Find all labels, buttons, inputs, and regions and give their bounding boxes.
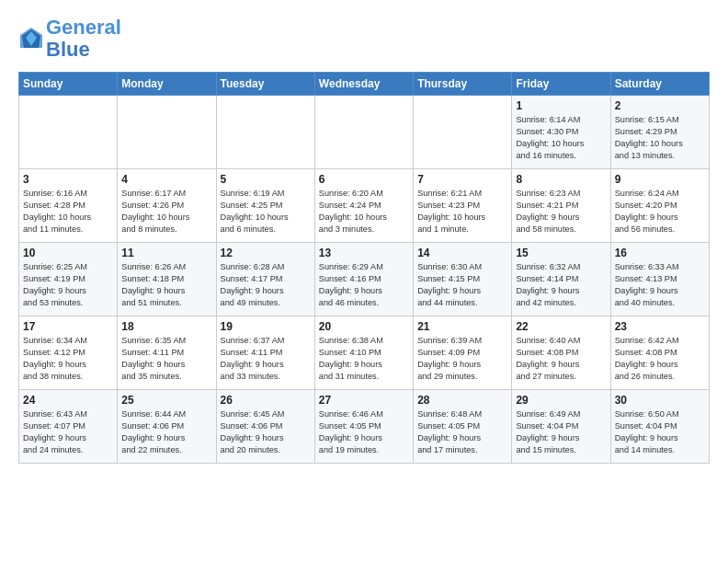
day-cell: 19Sunrise: 6:37 AM Sunset: 4:11 PM Dayli… xyxy=(216,316,314,390)
day-number: 24 xyxy=(23,394,113,407)
day-info: Sunrise: 6:42 AM Sunset: 4:08 PM Dayligh… xyxy=(615,335,705,383)
day-cell: 23Sunrise: 6:42 AM Sunset: 4:08 PM Dayli… xyxy=(610,316,709,390)
logo-icon xyxy=(18,26,44,52)
day-info: Sunrise: 6:29 AM Sunset: 4:16 PM Dayligh… xyxy=(319,261,409,309)
day-number: 10 xyxy=(23,247,113,259)
day-cell: 4Sunrise: 6:17 AM Sunset: 4:26 PM Daylig… xyxy=(118,169,216,243)
day-number: 21 xyxy=(417,320,507,333)
weekday-header-monday: Monday xyxy=(118,73,216,96)
day-info: Sunrise: 6:50 AM Sunset: 4:04 PM Dayligh… xyxy=(615,408,705,456)
day-info: Sunrise: 6:49 AM Sunset: 4:04 PM Dayligh… xyxy=(516,408,606,456)
day-info: Sunrise: 6:34 AM Sunset: 4:12 PM Dayligh… xyxy=(23,335,113,383)
logo: General Blue xyxy=(18,17,121,61)
day-number: 28 xyxy=(417,394,507,407)
day-number: 12 xyxy=(221,247,311,259)
day-info: Sunrise: 6:48 AM Sunset: 4:05 PM Dayligh… xyxy=(417,408,507,456)
day-info: Sunrise: 6:21 AM Sunset: 4:23 PM Dayligh… xyxy=(417,188,507,236)
day-number: 5 xyxy=(221,173,311,186)
day-cell: 25Sunrise: 6:44 AM Sunset: 4:06 PM Dayli… xyxy=(118,390,216,464)
day-number: 30 xyxy=(615,394,705,407)
day-number: 4 xyxy=(121,173,211,186)
day-number: 11 xyxy=(121,247,211,259)
day-number: 17 xyxy=(23,320,113,333)
day-cell: 3Sunrise: 6:16 AM Sunset: 4:28 PM Daylig… xyxy=(19,169,118,243)
page: General Blue SundayMondayTuesdayWednesda… xyxy=(0,0,728,473)
day-info: Sunrise: 6:15 AM Sunset: 4:29 PM Dayligh… xyxy=(615,114,705,162)
calendar-table: SundayMondayTuesdayWednesdayThursdayFrid… xyxy=(18,72,710,464)
weekday-header-sunday: Sunday xyxy=(19,73,118,96)
weekday-header-wednesday: Wednesday xyxy=(314,73,413,96)
day-cell xyxy=(216,96,314,169)
day-cell: 7Sunrise: 6:21 AM Sunset: 4:23 PM Daylig… xyxy=(414,169,512,243)
day-cell: 1Sunrise: 6:14 AM Sunset: 4:30 PM Daylig… xyxy=(512,96,610,169)
day-number: 27 xyxy=(319,394,409,407)
day-cell: 29Sunrise: 6:49 AM Sunset: 4:04 PM Dayli… xyxy=(512,390,610,464)
day-cell: 28Sunrise: 6:48 AM Sunset: 4:05 PM Dayli… xyxy=(414,390,512,464)
day-info: Sunrise: 6:44 AM Sunset: 4:06 PM Dayligh… xyxy=(121,408,211,456)
day-number: 13 xyxy=(319,247,409,259)
day-number: 8 xyxy=(516,173,606,186)
day-cell: 21Sunrise: 6:39 AM Sunset: 4:09 PM Dayli… xyxy=(414,316,512,390)
day-info: Sunrise: 6:38 AM Sunset: 4:10 PM Dayligh… xyxy=(319,335,409,383)
day-number: 3 xyxy=(23,173,113,186)
weekday-header-friday: Friday xyxy=(512,73,610,96)
day-cell: 17Sunrise: 6:34 AM Sunset: 4:12 PM Dayli… xyxy=(19,316,118,390)
day-cell: 30Sunrise: 6:50 AM Sunset: 4:04 PM Dayli… xyxy=(610,390,709,464)
day-cell: 27Sunrise: 6:46 AM Sunset: 4:05 PM Dayli… xyxy=(314,390,413,464)
week-row-4: 17Sunrise: 6:34 AM Sunset: 4:12 PM Dayli… xyxy=(19,316,710,390)
week-row-1: 1Sunrise: 6:14 AM Sunset: 4:30 PM Daylig… xyxy=(19,96,710,169)
day-info: Sunrise: 6:46 AM Sunset: 4:05 PM Dayligh… xyxy=(319,408,409,456)
day-info: Sunrise: 6:14 AM Sunset: 4:30 PM Dayligh… xyxy=(516,114,606,162)
day-info: Sunrise: 6:35 AM Sunset: 4:11 PM Dayligh… xyxy=(121,335,211,383)
day-cell: 26Sunrise: 6:45 AM Sunset: 4:06 PM Dayli… xyxy=(216,390,314,464)
day-cell: 9Sunrise: 6:24 AM Sunset: 4:20 PM Daylig… xyxy=(610,169,709,243)
day-info: Sunrise: 6:33 AM Sunset: 4:13 PM Dayligh… xyxy=(615,261,705,309)
day-cell: 14Sunrise: 6:30 AM Sunset: 4:15 PM Dayli… xyxy=(414,243,512,316)
day-info: Sunrise: 6:43 AM Sunset: 4:07 PM Dayligh… xyxy=(23,408,113,456)
day-info: Sunrise: 6:32 AM Sunset: 4:14 PM Dayligh… xyxy=(516,261,606,309)
day-info: Sunrise: 6:30 AM Sunset: 4:15 PM Dayligh… xyxy=(417,261,507,309)
day-number: 26 xyxy=(221,394,311,407)
week-row-2: 3Sunrise: 6:16 AM Sunset: 4:28 PM Daylig… xyxy=(19,169,710,243)
day-number: 14 xyxy=(417,247,507,259)
day-cell: 16Sunrise: 6:33 AM Sunset: 4:13 PM Dayli… xyxy=(610,243,709,316)
week-row-5: 24Sunrise: 6:43 AM Sunset: 4:07 PM Dayli… xyxy=(19,390,710,464)
day-number: 15 xyxy=(516,247,606,259)
day-info: Sunrise: 6:23 AM Sunset: 4:21 PM Dayligh… xyxy=(516,188,606,236)
weekday-header-row: SundayMondayTuesdayWednesdayThursdayFrid… xyxy=(19,73,710,96)
day-info: Sunrise: 6:16 AM Sunset: 4:28 PM Dayligh… xyxy=(23,188,113,236)
day-number: 6 xyxy=(319,173,409,186)
day-number: 23 xyxy=(615,320,705,333)
day-cell: 20Sunrise: 6:38 AM Sunset: 4:10 PM Dayli… xyxy=(314,316,413,390)
day-cell xyxy=(19,96,118,169)
day-cell: 15Sunrise: 6:32 AM Sunset: 4:14 PM Dayli… xyxy=(512,243,610,316)
day-number: 29 xyxy=(516,394,606,407)
header: General Blue xyxy=(18,17,710,61)
day-cell: 22Sunrise: 6:40 AM Sunset: 4:08 PM Dayli… xyxy=(512,316,610,390)
day-number: 25 xyxy=(121,394,211,407)
day-info: Sunrise: 6:40 AM Sunset: 4:08 PM Dayligh… xyxy=(516,335,606,383)
day-cell: 8Sunrise: 6:23 AM Sunset: 4:21 PM Daylig… xyxy=(512,169,610,243)
day-number: 18 xyxy=(121,320,211,333)
day-info: Sunrise: 6:39 AM Sunset: 4:09 PM Dayligh… xyxy=(417,335,507,383)
day-info: Sunrise: 6:24 AM Sunset: 4:20 PM Dayligh… xyxy=(615,188,705,236)
day-cell: 12Sunrise: 6:28 AM Sunset: 4:17 PM Dayli… xyxy=(216,243,314,316)
day-info: Sunrise: 6:25 AM Sunset: 4:19 PM Dayligh… xyxy=(23,261,113,309)
day-cell: 18Sunrise: 6:35 AM Sunset: 4:11 PM Dayli… xyxy=(118,316,216,390)
day-number: 16 xyxy=(615,247,705,259)
day-cell: 11Sunrise: 6:26 AM Sunset: 4:18 PM Dayli… xyxy=(118,243,216,316)
day-cell: 24Sunrise: 6:43 AM Sunset: 4:07 PM Dayli… xyxy=(19,390,118,464)
day-number: 7 xyxy=(417,173,507,186)
day-cell: 10Sunrise: 6:25 AM Sunset: 4:19 PM Dayli… xyxy=(19,243,118,316)
day-info: Sunrise: 6:20 AM Sunset: 4:24 PM Dayligh… xyxy=(319,188,409,236)
logo-text: General Blue xyxy=(46,17,121,61)
day-info: Sunrise: 6:17 AM Sunset: 4:26 PM Dayligh… xyxy=(121,188,211,236)
day-info: Sunrise: 6:28 AM Sunset: 4:17 PM Dayligh… xyxy=(221,261,311,309)
weekday-header-saturday: Saturday xyxy=(610,73,709,96)
day-number: 2 xyxy=(615,99,705,112)
week-row-3: 10Sunrise: 6:25 AM Sunset: 4:19 PM Dayli… xyxy=(19,243,710,316)
day-info: Sunrise: 6:26 AM Sunset: 4:18 PM Dayligh… xyxy=(121,261,211,309)
day-cell: 6Sunrise: 6:20 AM Sunset: 4:24 PM Daylig… xyxy=(314,169,413,243)
day-info: Sunrise: 6:19 AM Sunset: 4:25 PM Dayligh… xyxy=(221,188,311,236)
day-cell: 2Sunrise: 6:15 AM Sunset: 4:29 PM Daylig… xyxy=(610,96,709,169)
